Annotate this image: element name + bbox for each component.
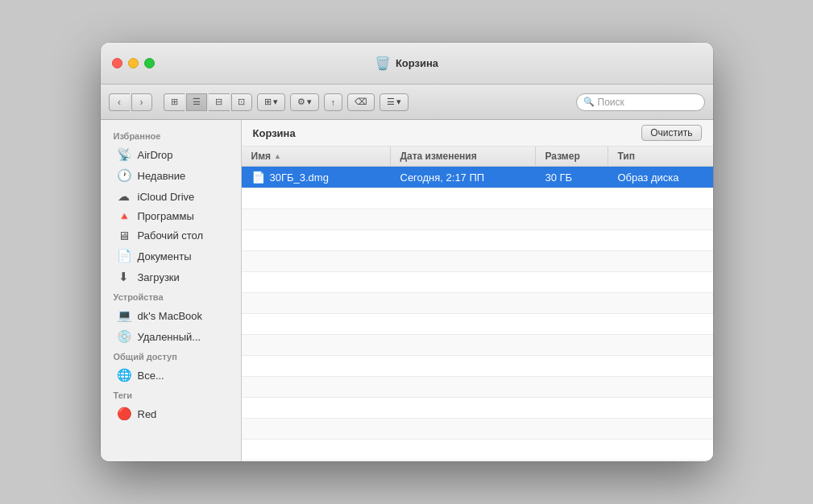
- empty-row: [242, 398, 713, 419]
- view-list-button[interactable]: ☰: [186, 93, 207, 111]
- share-icon: ↑: [331, 97, 336, 107]
- table-header: Имя ▲ Дата изменения Размер Тип: [242, 147, 713, 167]
- shared-icon: 🌐: [117, 368, 131, 382]
- cell-name: 📄 30ГБ_3.dmg: [242, 167, 391, 188]
- view-buttons: ⊞ ☰ ⊟ ⊡: [164, 93, 252, 111]
- apps-label: Программы: [138, 210, 194, 222]
- sidebar: Избранное 📡 AirDrop 🕐 Недавние ☁ iCloud …: [101, 120, 242, 461]
- section-shared: Общий доступ: [101, 347, 241, 365]
- list-icon: ☰: [193, 97, 201, 107]
- downloads-icon: ⬇: [117, 270, 131, 284]
- sort-arrow-icon: ▲: [274, 152, 281, 160]
- remote-icon: 💿: [117, 329, 131, 344]
- recent-icon: 🕐: [117, 168, 131, 183]
- col-type-label: Тип: [618, 151, 636, 162]
- remote-label: Удаленный...: [138, 331, 201, 343]
- recent-label: Недавние: [138, 170, 186, 182]
- back-button[interactable]: ‹: [109, 93, 130, 111]
- group-icon: ⊞: [264, 97, 272, 107]
- main-area: Избранное 📡 AirDrop 🕐 Недавние ☁ iCloud …: [101, 120, 713, 461]
- sidebar-item-tag-red[interactable]: 🔴 Red: [104, 403, 238, 424]
- search-box[interactable]: 🔍 Поиск: [576, 93, 705, 111]
- col-size-label: Размер: [545, 151, 580, 162]
- action-arrow-icon: ▾: [307, 97, 312, 107]
- close-button[interactable]: [112, 58, 122, 68]
- search-icon: 🔍: [583, 97, 595, 107]
- search-placeholder: Поиск: [598, 97, 624, 108]
- cell-modified: Сегодня, 2:17 ПП: [391, 167, 536, 188]
- table-row[interactable]: 📄 30ГБ_3.dmg Сегодня, 2:17 ПП 30 ГБ Обра…: [242, 167, 713, 188]
- maximize-button[interactable]: [144, 58, 155, 68]
- sidebar-item-apps[interactable]: 🔺 Программы: [104, 207, 238, 225]
- empty-trash-button[interactable]: Очистить: [641, 125, 701, 141]
- sidebar-item-documents[interactable]: 📄 Документы: [104, 246, 238, 266]
- list-options-dropdown[interactable]: ☰ ▾: [380, 93, 409, 111]
- trash-icon: 🗑️: [375, 56, 391, 71]
- col-size[interactable]: Размер: [536, 147, 608, 166]
- view-gallery-button[interactable]: ⊡: [231, 93, 252, 111]
- cell-size: 30 ГБ: [536, 167, 608, 188]
- cell-type: Образ диска: [608, 167, 713, 188]
- apps-icon: 🔺: [117, 210, 131, 222]
- window-title-text: Корзина: [396, 57, 438, 69]
- sidebar-item-airdrop[interactable]: 📡 AirDrop: [104, 144, 238, 165]
- section-tags: Теги: [101, 386, 241, 403]
- macbook-icon: 💻: [117, 308, 131, 323]
- content-header: Корзина Очистить: [242, 120, 713, 147]
- desktop-icon: 🖥: [117, 229, 131, 242]
- col-type[interactable]: Тип: [608, 147, 713, 166]
- view-column-button[interactable]: ⊟: [209, 93, 230, 111]
- airdrop-icon: 📡: [117, 147, 131, 162]
- sidebar-item-recent[interactable]: 🕐 Недавние: [104, 165, 238, 186]
- traffic-lights: [101, 58, 155, 68]
- action-dropdown-button[interactable]: ⚙ ▾: [290, 93, 319, 111]
- toolbar: ‹ › ⊞ ☰ ⊟ ⊡ ⊞ ▾ ⚙ ▾: [101, 85, 713, 120]
- icloud-icon: ☁: [117, 189, 131, 204]
- view-icon-button[interactable]: ⊞: [164, 93, 185, 111]
- empty-row: [242, 272, 713, 293]
- grid-icon: ⊞: [171, 97, 178, 107]
- empty-row: [242, 293, 713, 314]
- sidebar-item-icloud[interactable]: ☁ iCloud Drive: [104, 186, 238, 207]
- empty-row: [242, 335, 713, 356]
- sidebar-item-remote[interactable]: 💿 Удаленный...: [104, 326, 238, 347]
- empty-row: [242, 188, 713, 209]
- empty-row: [242, 419, 713, 440]
- downloads-label: Загрузки: [138, 271, 180, 283]
- file-name: 30ГБ_3.dmg: [270, 171, 329, 184]
- sidebar-item-all[interactable]: 🌐 Все...: [104, 365, 238, 386]
- file-icon: 📄: [251, 171, 265, 184]
- macbook-label: dk's MacBook: [138, 310, 203, 322]
- list-options-arrow-icon: ▾: [396, 97, 401, 107]
- file-table: Имя ▲ Дата изменения Размер Тип: [242, 147, 713, 461]
- col-modified-label: Дата изменения: [400, 151, 477, 162]
- empty-rows: [242, 188, 713, 461]
- documents-label: Документы: [138, 250, 192, 262]
- nav-buttons: ‹ ›: [109, 93, 152, 111]
- empty-row: [242, 356, 713, 377]
- sidebar-item-downloads[interactable]: ⬇ Загрузки: [104, 266, 238, 287]
- forward-button[interactable]: ›: [131, 93, 152, 111]
- forward-icon: ›: [140, 97, 143, 108]
- section-favorites: Избранное: [101, 126, 241, 144]
- gallery-icon: ⊡: [238, 97, 245, 107]
- col-modified[interactable]: Дата изменения: [391, 147, 536, 166]
- group-dropdown-button[interactable]: ⊞ ▾: [257, 93, 285, 111]
- group-arrow-icon: ▾: [273, 97, 278, 107]
- tag-red-label: Red: [138, 408, 157, 420]
- documents-icon: 📄: [117, 249, 131, 263]
- sidebar-item-macbook[interactable]: 💻 dk's MacBook: [104, 305, 238, 326]
- desktop-label: Рабочий стол: [138, 229, 204, 242]
- columns-icon: ⊟: [215, 97, 222, 107]
- window-title: 🗑️ Корзина: [375, 56, 438, 71]
- sidebar-item-desktop[interactable]: 🖥 Рабочий стол: [104, 225, 238, 246]
- finder-window: 🗑️ Корзина ‹ › ⊞ ☰ ⊟ ⊡: [101, 43, 713, 461]
- empty-row: [242, 209, 713, 230]
- minimize-button[interactable]: [128, 58, 139, 68]
- share-button[interactable]: ↑: [324, 93, 343, 111]
- empty-row: [242, 314, 713, 335]
- airdrop-label: AirDrop: [138, 149, 173, 161]
- folder-title: Корзина: [253, 127, 296, 139]
- tag-button[interactable]: ⌫: [347, 93, 375, 111]
- col-name[interactable]: Имя ▲: [242, 147, 391, 166]
